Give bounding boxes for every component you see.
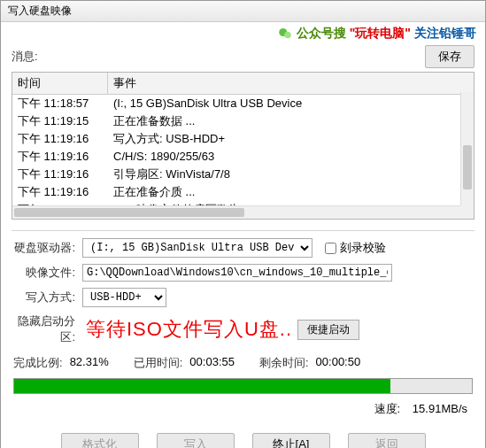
- log-time: 下午 11:19:16: [12, 166, 108, 183]
- log-row: 下午 11:19:16写入方式: USB-HDD+: [12, 130, 474, 148]
- write-mode-select[interactable]: USB-HDD+: [82, 288, 166, 307]
- pct-value: 82.31%: [70, 355, 109, 371]
- scrollbar-horizontal[interactable]: [12, 205, 460, 219]
- log-event: 写入方式: USB-HDD+: [108, 130, 474, 148]
- log-time: 下午 11:18:57: [12, 95, 108, 112]
- banner-text-2: "玩转电脑": [350, 26, 411, 42]
- abort-button[interactable]: 终止[A]: [252, 433, 330, 448]
- svg-point-1: [284, 32, 291, 39]
- verify-checkbox[interactable]: 刻录校验: [325, 240, 386, 256]
- speed-label: 速度:: [374, 402, 401, 415]
- remain-value: 00:00:50: [316, 355, 361, 371]
- drive-label: 硬盘驱动器:: [13, 240, 82, 256]
- remain-label: 剩余时间:: [259, 355, 309, 371]
- elapsed-value: 00:03:55: [189, 355, 235, 371]
- log-event: C/H/S: 1890/255/63: [108, 148, 474, 166]
- banner-text-3: 关注铅锤哥: [414, 26, 476, 42]
- log-time: 下午 11:19:15: [12, 112, 108, 130]
- log-time: 下午 11:19:16: [12, 148, 108, 166]
- log-row: 下午 11:19:16引导扇区: WinVista/7/8: [12, 166, 474, 183]
- progress-info: 完成比例: 82.31% 已用时间: 00:03:55 剩余时间: 00:00:…: [1, 351, 485, 375]
- promo-banner: 公众号搜 "玩转电脑" 关注铅锤哥: [1, 22, 485, 43]
- mode-label: 写入方式:: [13, 290, 82, 305]
- messages-label: 消息:: [12, 49, 425, 65]
- col-event: 事件: [108, 73, 474, 94]
- log-time: 下午 11:19:16: [12, 183, 108, 201]
- image-label: 映像文件:: [13, 265, 82, 281]
- elapsed-label: 已用时间:: [134, 355, 183, 371]
- log-event: 正在准备介质 ...: [108, 183, 474, 201]
- log-event: 正在准备数据 ...: [108, 112, 474, 130]
- wechat-icon: [277, 26, 293, 42]
- drive-select[interactable]: (I:, 15 GB)SanDisk Ultra USB Device: [82, 238, 312, 258]
- write-button[interactable]: 写入: [157, 433, 235, 448]
- window-title: 写入硬盘映像: [8, 4, 72, 19]
- pct-label: 完成比例:: [13, 355, 63, 371]
- log-panel: 时间 事件 下午 11:18:57(I:, 15 GB)SanDisk Ultr…: [12, 72, 474, 220]
- log-row: 下午 11:18:57(I:, 15 GB)SanDisk Ultra USB …: [12, 95, 474, 112]
- back-button[interactable]: 返回: [348, 433, 426, 448]
- format-button[interactable]: 格式化: [61, 433, 139, 448]
- image-path-input[interactable]: [82, 264, 392, 282]
- log-event: (I:, 15 GB)SanDisk Ultra USB Device: [108, 95, 474, 112]
- speed-value: 15.91MB/s: [413, 402, 467, 415]
- banner-text-1: 公众号搜: [297, 26, 346, 42]
- log-event: 引导扇区: WinVista/7/8: [108, 166, 474, 183]
- progress-bar: [13, 378, 473, 394]
- log-row: 下午 11:19:15正在准备数据 ...: [12, 112, 474, 130]
- save-button[interactable]: 保存: [425, 45, 474, 68]
- log-row: 下午 11:19:16C/H/S: 1890/255/63: [12, 148, 474, 166]
- hide-partition-label: 隐藏启动分区:: [13, 313, 82, 345]
- log-row: 下午 11:19:16正在准备介质 ...: [12, 183, 474, 201]
- log-header: 时间 事件: [12, 73, 474, 95]
- progress-fill: [14, 379, 390, 393]
- scrollbar-vertical[interactable]: [460, 92, 474, 205]
- quick-boot-button[interactable]: 便捷启动: [297, 320, 359, 340]
- log-time: 下午 11:19:16: [12, 130, 108, 148]
- col-time: 时间: [12, 73, 108, 94]
- overlay-annotation: 等待ISO文件写入U盘..: [86, 316, 292, 343]
- title-bar: 写入硬盘映像: [1, 1, 485, 22]
